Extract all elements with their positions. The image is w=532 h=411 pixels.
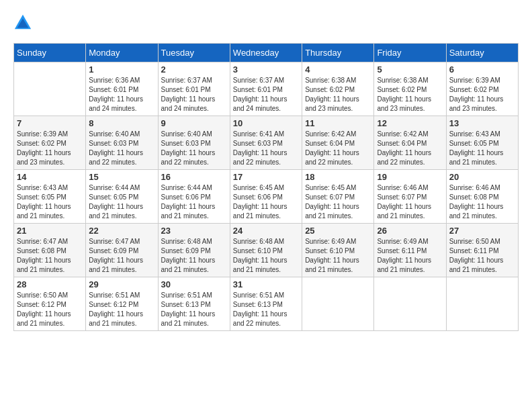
calendar-cell: 18Sunrise: 6:45 AM Sunset: 6:07 PM Dayli… <box>302 170 374 224</box>
day-number: 18 <box>305 172 371 182</box>
day-number: 21 <box>17 226 83 236</box>
day-info: Sunrise: 6:39 AM Sunset: 6:02 PM Dayligh… <box>449 76 515 113</box>
day-info: Sunrise: 6:44 AM Sunset: 6:06 PM Dayligh… <box>161 183 227 221</box>
page-header <box>13 13 519 32</box>
day-info: Sunrise: 6:51 AM Sunset: 6:13 PM Dayligh… <box>233 291 299 328</box>
day-info: Sunrise: 6:46 AM Sunset: 6:07 PM Dayligh… <box>377 183 443 221</box>
day-number: 11 <box>305 118 371 128</box>
calendar-header-row: SundayMondayTuesdayWednesdayThursdayFrid… <box>14 44 519 62</box>
calendar-cell: 1Sunrise: 6:36 AM Sunset: 6:01 PM Daylig… <box>86 62 158 116</box>
calendar-cell: 4Sunrise: 6:38 AM Sunset: 6:02 PM Daylig… <box>302 62 374 116</box>
calendar-cell: 8Sunrise: 6:40 AM Sunset: 6:03 PM Daylig… <box>86 116 158 170</box>
calendar-cell: 28Sunrise: 6:50 AM Sunset: 6:12 PM Dayli… <box>14 277 86 331</box>
calendar-cell: 25Sunrise: 6:49 AM Sunset: 6:10 PM Dayli… <box>302 224 374 277</box>
day-number: 22 <box>89 226 154 236</box>
calendar-cell: 11Sunrise: 6:42 AM Sunset: 6:04 PM Dayli… <box>302 116 374 170</box>
calendar-week-row: 28Sunrise: 6:50 AM Sunset: 6:12 PM Dayli… <box>14 277 519 331</box>
calendar-table: SundayMondayTuesdayWednesdayThursdayFrid… <box>13 43 519 331</box>
day-number: 24 <box>233 226 299 236</box>
day-info: Sunrise: 6:49 AM Sunset: 6:10 PM Dayligh… <box>305 237 371 275</box>
day-info: Sunrise: 6:42 AM Sunset: 6:04 PM Dayligh… <box>377 130 443 167</box>
calendar-week-row: 21Sunrise: 6:47 AM Sunset: 6:08 PM Dayli… <box>14 224 519 277</box>
calendar-cell: 26Sunrise: 6:49 AM Sunset: 6:11 PM Dayli… <box>374 224 446 277</box>
column-header-saturday: Saturday <box>446 44 518 62</box>
calendar-cell: 3Sunrise: 6:37 AM Sunset: 6:01 PM Daylig… <box>230 62 302 116</box>
day-number: 8 <box>89 118 154 128</box>
day-info: Sunrise: 6:40 AM Sunset: 6:03 PM Dayligh… <box>89 130 154 167</box>
day-number: 31 <box>233 279 299 289</box>
calendar-cell <box>374 277 446 331</box>
day-info: Sunrise: 6:43 AM Sunset: 6:05 PM Dayligh… <box>449 130 515 167</box>
day-number: 6 <box>449 64 515 75</box>
day-number: 28 <box>17 279 83 289</box>
column-header-sunday: Sunday <box>14 44 86 62</box>
day-info: Sunrise: 6:48 AM Sunset: 6:09 PM Dayligh… <box>161 237 227 275</box>
day-info: Sunrise: 6:38 AM Sunset: 6:02 PM Dayligh… <box>305 76 371 113</box>
day-number: 13 <box>449 118 515 128</box>
day-info: Sunrise: 6:37 AM Sunset: 6:01 PM Dayligh… <box>161 76 227 113</box>
calendar-cell: 17Sunrise: 6:45 AM Sunset: 6:06 PM Dayli… <box>230 170 302 224</box>
column-header-wednesday: Wednesday <box>230 44 302 62</box>
day-number: 12 <box>377 118 443 128</box>
calendar-cell: 21Sunrise: 6:47 AM Sunset: 6:08 PM Dayli… <box>14 224 86 277</box>
day-info: Sunrise: 6:45 AM Sunset: 6:07 PM Dayligh… <box>305 183 371 221</box>
day-info: Sunrise: 6:49 AM Sunset: 6:11 PM Dayligh… <box>377 237 443 275</box>
day-info: Sunrise: 6:47 AM Sunset: 6:08 PM Dayligh… <box>17 237 83 275</box>
day-number: 7 <box>17 118 83 128</box>
calendar-cell: 27Sunrise: 6:50 AM Sunset: 6:11 PM Dayli… <box>446 224 518 277</box>
day-number: 19 <box>377 172 443 182</box>
day-info: Sunrise: 6:40 AM Sunset: 6:03 PM Dayligh… <box>161 130 227 167</box>
calendar-cell: 6Sunrise: 6:39 AM Sunset: 6:02 PM Daylig… <box>446 62 518 116</box>
calendar-cell: 30Sunrise: 6:51 AM Sunset: 6:13 PM Dayli… <box>158 277 230 331</box>
calendar-cell: 13Sunrise: 6:43 AM Sunset: 6:05 PM Dayli… <box>446 116 518 170</box>
day-info: Sunrise: 6:51 AM Sunset: 6:12 PM Dayligh… <box>89 291 154 328</box>
day-info: Sunrise: 6:48 AM Sunset: 6:10 PM Dayligh… <box>233 237 299 275</box>
logo <box>13 13 35 32</box>
day-info: Sunrise: 6:36 AM Sunset: 6:01 PM Dayligh… <box>89 76 154 113</box>
day-number: 2 <box>161 64 227 75</box>
day-number: 23 <box>161 226 227 236</box>
day-number: 30 <box>161 279 227 289</box>
calendar-cell: 10Sunrise: 6:41 AM Sunset: 6:03 PM Dayli… <box>230 116 302 170</box>
calendar-cell: 24Sunrise: 6:48 AM Sunset: 6:10 PM Dayli… <box>230 224 302 277</box>
day-info: Sunrise: 6:45 AM Sunset: 6:06 PM Dayligh… <box>233 183 299 221</box>
day-number: 4 <box>305 64 371 75</box>
day-info: Sunrise: 6:50 AM Sunset: 6:11 PM Dayligh… <box>449 237 515 275</box>
day-number: 29 <box>89 279 154 289</box>
calendar-cell: 29Sunrise: 6:51 AM Sunset: 6:12 PM Dayli… <box>86 277 158 331</box>
calendar-cell <box>446 277 518 331</box>
calendar-cell: 2Sunrise: 6:37 AM Sunset: 6:01 PM Daylig… <box>158 62 230 116</box>
day-info: Sunrise: 6:43 AM Sunset: 6:05 PM Dayligh… <box>17 183 83 221</box>
day-info: Sunrise: 6:39 AM Sunset: 6:02 PM Dayligh… <box>17 130 83 167</box>
calendar-week-row: 14Sunrise: 6:43 AM Sunset: 6:05 PM Dayli… <box>14 170 519 224</box>
day-number: 16 <box>161 172 227 182</box>
calendar-cell: 31Sunrise: 6:51 AM Sunset: 6:13 PM Dayli… <box>230 277 302 331</box>
day-info: Sunrise: 6:51 AM Sunset: 6:13 PM Dayligh… <box>161 291 227 328</box>
day-info: Sunrise: 6:38 AM Sunset: 6:02 PM Dayligh… <box>377 76 443 113</box>
day-info: Sunrise: 6:41 AM Sunset: 6:03 PM Dayligh… <box>233 130 299 167</box>
day-info: Sunrise: 6:44 AM Sunset: 6:05 PM Dayligh… <box>89 183 154 221</box>
calendar-cell: 14Sunrise: 6:43 AM Sunset: 6:05 PM Dayli… <box>14 170 86 224</box>
calendar-cell: 19Sunrise: 6:46 AM Sunset: 6:07 PM Dayli… <box>374 170 446 224</box>
day-number: 20 <box>449 172 515 182</box>
day-number: 27 <box>449 226 515 236</box>
day-number: 14 <box>17 172 83 182</box>
column-header-tuesday: Tuesday <box>158 44 230 62</box>
day-info: Sunrise: 6:46 AM Sunset: 6:08 PM Dayligh… <box>449 183 515 221</box>
calendar-cell: 12Sunrise: 6:42 AM Sunset: 6:04 PM Dayli… <box>374 116 446 170</box>
calendar-cell: 22Sunrise: 6:47 AM Sunset: 6:09 PM Dayli… <box>86 224 158 277</box>
calendar-cell: 7Sunrise: 6:39 AM Sunset: 6:02 PM Daylig… <box>14 116 86 170</box>
day-number: 26 <box>377 226 443 236</box>
calendar-week-row: 7Sunrise: 6:39 AM Sunset: 6:02 PM Daylig… <box>14 116 519 170</box>
day-info: Sunrise: 6:42 AM Sunset: 6:04 PM Dayligh… <box>305 130 371 167</box>
column-header-friday: Friday <box>374 44 446 62</box>
calendar-cell: 9Sunrise: 6:40 AM Sunset: 6:03 PM Daylig… <box>158 116 230 170</box>
day-number: 5 <box>377 64 443 75</box>
day-number: 1 <box>89 64 154 75</box>
calendar-cell: 16Sunrise: 6:44 AM Sunset: 6:06 PM Dayli… <box>158 170 230 224</box>
day-number: 3 <box>233 64 299 75</box>
calendar-cell: 15Sunrise: 6:44 AM Sunset: 6:05 PM Dayli… <box>86 170 158 224</box>
column-header-thursday: Thursday <box>302 44 374 62</box>
calendar-cell <box>302 277 374 331</box>
calendar-cell: 23Sunrise: 6:48 AM Sunset: 6:09 PM Dayli… <box>158 224 230 277</box>
